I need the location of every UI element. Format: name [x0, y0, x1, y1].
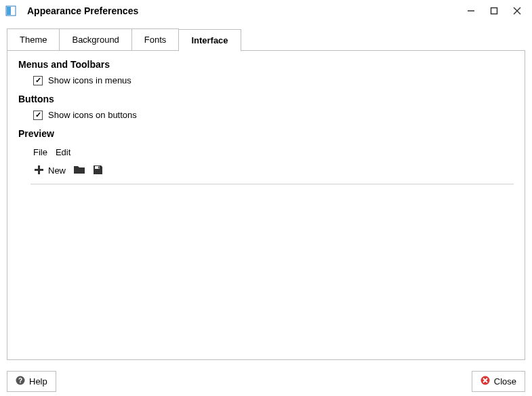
save-icon — [93, 165, 103, 177]
tab-panel-interface: Menus and Toolbars Show icons in menus B… — [7, 50, 525, 360]
svg-rect-9 — [98, 166, 100, 168]
help-button[interactable]: ? Help — [7, 371, 56, 392]
section-menus-toolbars-title: Menus and Toolbars — [18, 59, 514, 70]
preview-toolbar-new[interactable]: New — [33, 164, 66, 177]
tabstrip: Theme Background Fonts Interface — [7, 28, 525, 51]
help-button-label: Help — [29, 376, 47, 387]
help-icon: ? — [16, 376, 25, 387]
preview-toolbar-new-label: New — [48, 165, 66, 176]
maximize-button[interactable] — [490, 7, 498, 15]
preview-toolbar: New — [30, 161, 514, 184]
close-button[interactable] — [513, 7, 521, 15]
app-icon — [5, 5, 16, 16]
footer: ? Help Close — [0, 365, 532, 396]
option-show-icons-in-menus[interactable]: Show icons in menus — [33, 75, 514, 85]
close-button-label: Close — [494, 376, 516, 387]
svg-rect-1 — [7, 7, 11, 15]
label-show-icons-in-menus: Show icons in menus — [48, 75, 131, 85]
tab-fonts[interactable]: Fonts — [131, 28, 180, 51]
folder-icon — [74, 165, 85, 176]
option-show-icons-on-buttons[interactable]: Show icons on buttons — [33, 110, 514, 120]
tab-background[interactable]: Background — [59, 28, 131, 51]
preview-toolbar-save[interactable] — [93, 165, 103, 177]
section-preview-title: Preview — [18, 128, 514, 139]
close-icon — [480, 376, 490, 387]
preview-menu-edit[interactable]: Edit — [56, 147, 70, 157]
svg-rect-7 — [35, 169, 43, 171]
checkbox-show-icons-in-menus[interactable] — [33, 76, 43, 85]
plus-icon — [33, 164, 44, 177]
checkbox-show-icons-on-buttons[interactable] — [33, 111, 43, 120]
window-controls — [467, 7, 527, 15]
preview-menubar: File Edit — [30, 144, 514, 161]
svg-text:?: ? — [18, 377, 22, 384]
content-area: Theme Background Fonts Interface Menus a… — [0, 22, 532, 365]
tab-theme[interactable]: Theme — [7, 28, 60, 51]
window-title: Appearance Preferences — [27, 5, 467, 16]
preview-box: File Edit New — [30, 144, 514, 184]
section-buttons-title: Buttons — [18, 94, 514, 104]
close-dialog-button[interactable]: Close — [472, 371, 525, 392]
label-show-icons-on-buttons: Show icons on buttons — [48, 110, 137, 120]
preview-menu-file[interactable]: File — [33, 147, 47, 157]
titlebar: Appearance Preferences — [0, 0, 532, 22]
svg-rect-3 — [491, 8, 497, 14]
minimize-button[interactable] — [467, 7, 475, 15]
preview-toolbar-open[interactable] — [74, 165, 85, 176]
tab-interface[interactable]: Interface — [178, 29, 241, 52]
